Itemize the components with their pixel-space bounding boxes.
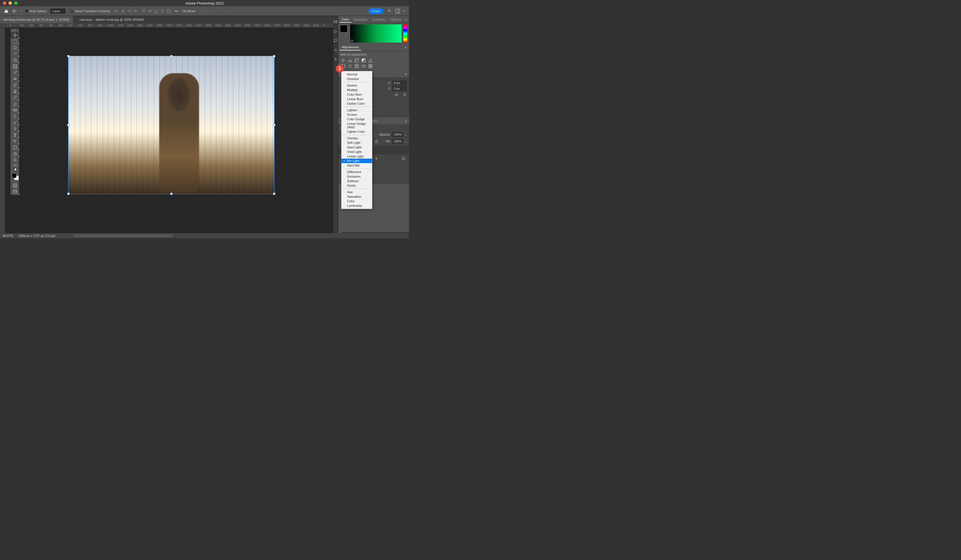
blend-item[interactable]: Color Burn	[341, 92, 372, 97]
horizontal-scrollbar[interactable]	[74, 234, 173, 237]
blend-item[interactable]: Divide	[341, 183, 372, 188]
canvas[interactable]	[68, 56, 275, 194]
marquee-tool[interactable]	[11, 38, 19, 45]
move-tool-icon[interactable]	[12, 9, 16, 13]
panel-menu-icon[interactable]: ≡	[404, 18, 408, 21]
blend-item[interactable]: Normal	[341, 72, 372, 77]
align-to-icon[interactable]	[167, 9, 171, 13]
close-window-button[interactable]	[3, 2, 6, 5]
zoom-level[interactable]: 66.67%	[3, 234, 13, 237]
distribute-v-icon[interactable]	[161, 9, 165, 13]
panel-menu-icon[interactable]: ≡	[404, 46, 408, 49]
tab-adjustments[interactable]: Adjustments	[339, 44, 361, 50]
tab-gradients[interactable]: Gradients	[370, 17, 388, 22]
blend-item[interactable]: Dissolve	[341, 77, 372, 81]
blend-item[interactable]: Soft Light	[341, 140, 372, 145]
zoom-tool[interactable]	[11, 157, 19, 163]
blend-item[interactable]: Linear Burn	[341, 97, 372, 101]
foreground-color[interactable]	[340, 25, 347, 32]
exposure-icon[interactable]	[361, 58, 366, 63]
minimize-window-button[interactable]	[8, 2, 12, 5]
document-tab-2[interactable]: ×top layer – lighten mode.jpg @ 100% (RG…	[73, 16, 147, 23]
align-bottom-icon[interactable]	[154, 9, 158, 13]
selective-color-icon[interactable]	[368, 64, 373, 69]
lasso-tool[interactable]	[11, 45, 19, 51]
blend-item[interactable]: Difference	[341, 170, 372, 174]
levels-icon[interactable]	[347, 58, 352, 63]
toolbox-expand-icon[interactable]: »	[14, 29, 16, 32]
blend-item[interactable]: Saturation	[341, 194, 372, 199]
pen-tool[interactable]	[11, 126, 19, 132]
wand-tool[interactable]	[11, 51, 19, 57]
align-right-icon[interactable]	[127, 9, 131, 13]
edit-toolbar-icon[interactable]: •••	[11, 163, 19, 167]
frame-tool[interactable]	[11, 63, 19, 69]
tab-patterns[interactable]: Patterns	[388, 17, 404, 22]
posterize-icon[interactable]	[347, 64, 352, 69]
hue-slider[interactable]	[403, 24, 407, 43]
share-button[interactable]: Share	[368, 8, 383, 14]
tab-swatches[interactable]: Swatches	[351, 17, 370, 22]
blend-item[interactable]: Exclusion	[341, 174, 372, 179]
document-tab-1[interactable]: blending modes.psd @ 66.7% (Layer 1, RGB…	[0, 16, 73, 23]
opacity-input[interactable]: 100%	[392, 132, 403, 137]
doc-dimensions[interactable]: 2560 px x 1707 px (72 ppi)	[18, 234, 55, 237]
blend-item[interactable]: Linear Light	[341, 154, 372, 159]
brush-tool[interactable]	[11, 82, 19, 88]
history-panel-icon[interactable]	[333, 20, 338, 24]
color-swatches[interactable]	[11, 172, 19, 183]
blend-item[interactable]: Linear Dodge (Add)	[341, 122, 372, 129]
brightness-icon[interactable]	[341, 58, 346, 63]
blend-item[interactable]: Lighten	[341, 108, 372, 112]
y-input[interactable]: 0 px	[392, 86, 407, 91]
eraser-tool[interactable]	[11, 101, 19, 107]
blend-item[interactable]: Darken	[341, 83, 372, 88]
hand-tool[interactable]	[11, 151, 19, 157]
character-panel-icon[interactable]: A|	[334, 48, 337, 52]
blend-item[interactable]: Subtract	[341, 179, 372, 183]
blend-item[interactable]: Hard Light	[341, 145, 372, 149]
default-colors-icon[interactable]	[11, 167, 19, 171]
blend-item[interactable]: Overlay	[341, 136, 372, 140]
shape-tool[interactable]	[11, 144, 19, 151]
align-center-icon[interactable]	[121, 9, 125, 13]
stamp-tool[interactable]	[11, 88, 19, 95]
gradient-map-icon[interactable]	[361, 64, 366, 69]
blend-item[interactable]: Hue	[341, 190, 372, 194]
align-top-icon[interactable]	[142, 9, 146, 13]
blend-item[interactable]: Multiply	[341, 88, 372, 92]
ruler-vertical[interactable]	[0, 28, 5, 233]
blend-item[interactable]: Vivid Light	[341, 149, 372, 154]
comments-panel-icon[interactable]	[333, 39, 337, 43]
vibrance-icon[interactable]	[368, 58, 373, 63]
eyedropper-tool[interactable]	[11, 69, 19, 76]
workspace-icon[interactable]	[395, 9, 400, 13]
paragraph-panel-icon[interactable]: ¶	[334, 57, 337, 61]
blend-item[interactable]: Color Dodge	[341, 117, 372, 122]
panel-menu-icon[interactable]: ≡	[404, 72, 408, 76]
quick-mask-icon[interactable]	[11, 183, 19, 189]
actions-panel-icon[interactable]	[333, 29, 337, 34]
dodge-tool[interactable]	[11, 119, 19, 126]
blend-item[interactable]: Lighter Color	[341, 129, 372, 134]
blend-item[interactable]: Screen	[341, 112, 372, 117]
auto-select-dropdown[interactable]: Layer	[50, 8, 66, 14]
show-transform-checkbox[interactable]	[70, 10, 73, 13]
align-left-icon[interactable]	[115, 9, 119, 13]
heal-tool[interactable]	[11, 76, 19, 82]
curves-icon[interactable]	[354, 58, 359, 63]
align-middle-icon[interactable]	[148, 9, 152, 13]
blend-item[interactable]: Darker Color	[341, 101, 372, 106]
blend-item[interactable]: Color	[341, 199, 372, 204]
distribute-icon[interactable]	[133, 9, 137, 13]
fill-input[interactable]: 100%	[392, 139, 403, 144]
more-options-icon[interactable]: •••	[175, 10, 178, 13]
path-select-tool[interactable]	[11, 138, 19, 144]
ruler-horizontal[interactable]: 0100200300400500600700800900100011001200…	[0, 23, 333, 28]
blend-item[interactable]: Hard Mix	[341, 163, 372, 168]
panel-menu-icon[interactable]: ≡	[404, 119, 408, 123]
search-icon[interactable]	[387, 9, 392, 13]
blend-item[interactable]: Luminosity	[341, 204, 372, 208]
flip-v-icon[interactable]	[403, 93, 407, 97]
tab-color[interactable]: Color	[339, 16, 351, 23]
